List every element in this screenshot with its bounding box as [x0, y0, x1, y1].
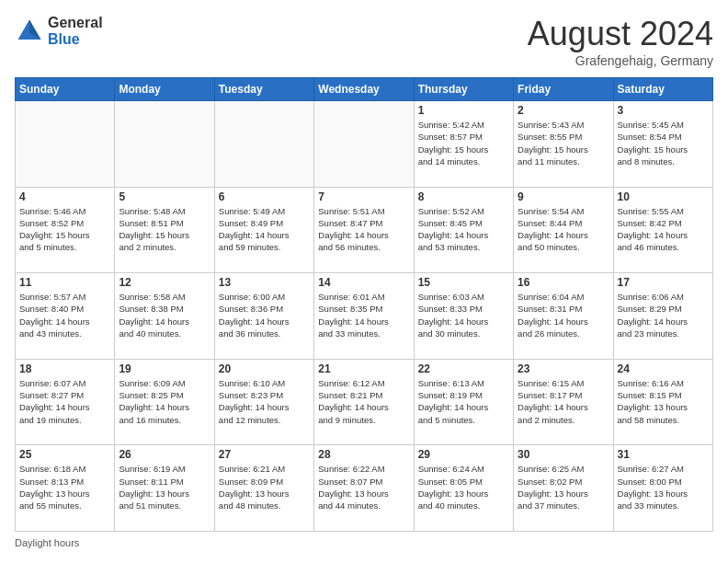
week-row-4: 18Sunrise: 6:07 AM Sunset: 8:27 PM Dayli… — [16, 359, 713, 445]
day-number: 26 — [119, 448, 210, 461]
day-number: 9 — [518, 190, 609, 203]
day-info: Sunrise: 6:18 AM Sunset: 8:13 PM Dayligh… — [19, 463, 110, 511]
calendar-cell: 15Sunrise: 6:03 AM Sunset: 8:33 PM Dayli… — [414, 273, 513, 360]
logo-general-text: General — [48, 15, 103, 31]
day-info: Sunrise: 6:27 AM Sunset: 8:00 PM Dayligh… — [618, 463, 709, 511]
day-info: Sunrise: 5:57 AM Sunset: 8:40 PM Dayligh… — [19, 291, 110, 339]
day-number: 21 — [318, 362, 409, 375]
calendar-cell: 27Sunrise: 6:21 AM Sunset: 8:09 PM Dayli… — [214, 445, 313, 532]
day-info: Sunrise: 6:16 AM Sunset: 8:15 PM Dayligh… — [618, 377, 709, 426]
day-number: 14 — [318, 276, 409, 289]
header-row: Sunday Monday Tuesday Wednesday Thursday… — [16, 78, 713, 101]
day-info: Sunrise: 6:13 AM Sunset: 8:19 PM Dayligh… — [418, 377, 509, 426]
calendar-cell: 31Sunrise: 6:27 AM Sunset: 8:00 PM Dayli… — [613, 445, 712, 532]
week-row-5: 25Sunrise: 6:18 AM Sunset: 8:13 PM Dayli… — [16, 445, 713, 532]
day-number: 13 — [219, 276, 310, 289]
day-number: 4 — [19, 190, 110, 203]
col-friday: Friday — [514, 78, 613, 101]
calendar-header: Sunday Monday Tuesday Wednesday Thursday… — [16, 78, 713, 101]
calendar-cell: 19Sunrise: 6:09 AM Sunset: 8:25 PM Dayli… — [115, 359, 214, 445]
calendar-cell — [115, 101, 214, 188]
day-info: Sunrise: 6:24 AM Sunset: 8:05 PM Dayligh… — [418, 463, 509, 511]
day-info: Sunrise: 6:04 AM Sunset: 8:31 PM Dayligh… — [518, 291, 609, 339]
day-info: Sunrise: 5:54 AM Sunset: 8:44 PM Dayligh… — [518, 205, 609, 254]
calendar-cell: 26Sunrise: 6:19 AM Sunset: 8:11 PM Dayli… — [115, 445, 214, 532]
day-info: Sunrise: 5:49 AM Sunset: 8:49 PM Dayligh… — [219, 205, 310, 254]
day-info: Sunrise: 6:10 AM Sunset: 8:23 PM Dayligh… — [219, 377, 310, 426]
day-number: 28 — [318, 448, 409, 461]
calendar-cell: 7Sunrise: 5:51 AM Sunset: 8:47 PM Daylig… — [314, 187, 414, 273]
day-number: 29 — [418, 448, 509, 461]
calendar-cell: 20Sunrise: 6:10 AM Sunset: 8:23 PM Dayli… — [214, 359, 313, 445]
calendar-cell: 30Sunrise: 6:25 AM Sunset: 8:02 PM Dayli… — [514, 445, 613, 532]
day-number: 12 — [119, 276, 210, 289]
calendar-cell — [214, 101, 313, 188]
day-number: 23 — [518, 362, 609, 375]
calendar-table: Sunday Monday Tuesday Wednesday Thursday… — [15, 77, 713, 532]
day-info: Sunrise: 6:07 AM Sunset: 8:27 PM Dayligh… — [19, 377, 110, 426]
calendar-cell: 17Sunrise: 6:06 AM Sunset: 8:29 PM Dayli… — [613, 273, 712, 360]
day-info: Sunrise: 5:46 AM Sunset: 8:52 PM Dayligh… — [19, 205, 110, 254]
calendar-cell: 5Sunrise: 5:48 AM Sunset: 8:51 PM Daylig… — [115, 187, 214, 273]
day-info: Sunrise: 5:58 AM Sunset: 8:38 PM Dayligh… — [119, 291, 210, 339]
day-info: Sunrise: 5:43 AM Sunset: 8:55 PM Dayligh… — [518, 119, 609, 167]
day-number: 31 — [618, 448, 709, 461]
day-number: 2 — [518, 104, 609, 117]
col-tuesday: Tuesday — [214, 78, 313, 101]
day-number: 20 — [219, 362, 310, 375]
calendar-cell: 16Sunrise: 6:04 AM Sunset: 8:31 PM Dayli… — [514, 273, 613, 360]
day-number: 24 — [618, 362, 709, 375]
col-wednesday: Wednesday — [314, 78, 414, 101]
day-info: Sunrise: 6:03 AM Sunset: 8:33 PM Dayligh… — [418, 291, 509, 339]
calendar-cell: 6Sunrise: 5:49 AM Sunset: 8:49 PM Daylig… — [214, 187, 313, 273]
day-number: 7 — [318, 190, 409, 203]
day-info: Sunrise: 5:55 AM Sunset: 8:42 PM Dayligh… — [618, 205, 709, 254]
calendar-cell: 25Sunrise: 6:18 AM Sunset: 8:13 PM Dayli… — [16, 445, 115, 532]
day-info: Sunrise: 6:12 AM Sunset: 8:21 PM Dayligh… — [318, 377, 409, 426]
day-info: Sunrise: 5:45 AM Sunset: 8:54 PM Dayligh… — [618, 119, 709, 167]
calendar-cell: 11Sunrise: 5:57 AM Sunset: 8:40 PM Dayli… — [16, 273, 115, 360]
day-info: Sunrise: 5:42 AM Sunset: 8:57 PM Dayligh… — [418, 119, 509, 167]
day-number: 15 — [418, 276, 509, 289]
day-info: Sunrise: 6:01 AM Sunset: 8:35 PM Dayligh… — [318, 291, 409, 339]
calendar-cell: 12Sunrise: 5:58 AM Sunset: 8:38 PM Dayli… — [115, 273, 214, 360]
page: General Blue August 2024 Grafengehaig, G… — [0, 0, 728, 563]
calendar-cell: 24Sunrise: 6:16 AM Sunset: 8:15 PM Dayli… — [613, 359, 712, 445]
calendar-cell: 2Sunrise: 5:43 AM Sunset: 8:55 PM Daylig… — [514, 101, 613, 188]
day-info: Sunrise: 6:19 AM Sunset: 8:11 PM Dayligh… — [119, 463, 210, 511]
day-number: 5 — [119, 190, 210, 203]
calendar-cell: 3Sunrise: 5:45 AM Sunset: 8:54 PM Daylig… — [613, 101, 712, 188]
day-number: 17 — [618, 276, 709, 289]
day-info: Sunrise: 6:22 AM Sunset: 8:07 PM Dayligh… — [318, 463, 409, 511]
calendar-cell: 23Sunrise: 6:15 AM Sunset: 8:17 PM Dayli… — [514, 359, 613, 445]
calendar-cell: 10Sunrise: 5:55 AM Sunset: 8:42 PM Dayli… — [613, 187, 712, 273]
week-row-2: 4Sunrise: 5:46 AM Sunset: 8:52 PM Daylig… — [16, 187, 713, 273]
day-number: 6 — [219, 190, 310, 203]
day-number: 19 — [119, 362, 210, 375]
calendar-cell: 9Sunrise: 5:54 AM Sunset: 8:44 PM Daylig… — [514, 187, 613, 273]
logo-icon — [15, 17, 44, 46]
day-info: Sunrise: 5:52 AM Sunset: 8:45 PM Dayligh… — [418, 205, 509, 254]
day-number: 3 — [618, 104, 709, 117]
day-number: 25 — [19, 448, 110, 461]
footer: Daylight hours — [15, 537, 713, 548]
col-saturday: Saturday — [613, 78, 712, 101]
day-info: Sunrise: 6:25 AM Sunset: 8:02 PM Dayligh… — [518, 463, 609, 511]
calendar-cell — [314, 101, 414, 188]
day-number: 30 — [518, 448, 609, 461]
logo-text: General Blue — [48, 15, 103, 47]
footer-text: Daylight hours — [15, 537, 79, 548]
calendar-cell: 22Sunrise: 6:13 AM Sunset: 8:19 PM Dayli… — [414, 359, 513, 445]
day-info: Sunrise: 5:48 AM Sunset: 8:51 PM Dayligh… — [119, 205, 210, 254]
day-number: 18 — [19, 362, 110, 375]
week-row-3: 11Sunrise: 5:57 AM Sunset: 8:40 PM Dayli… — [16, 273, 713, 360]
day-number: 22 — [418, 362, 509, 375]
day-number: 8 — [418, 190, 509, 203]
calendar-cell: 29Sunrise: 6:24 AM Sunset: 8:05 PM Dayli… — [414, 445, 513, 532]
title-section: August 2024 Grafengehaig, Germany — [528, 15, 713, 68]
day-info: Sunrise: 5:51 AM Sunset: 8:47 PM Dayligh… — [318, 205, 409, 254]
location: Grafengehaig, Germany — [528, 53, 713, 68]
calendar-cell: 18Sunrise: 6:07 AM Sunset: 8:27 PM Dayli… — [16, 359, 115, 445]
day-number: 16 — [518, 276, 609, 289]
calendar-cell: 14Sunrise: 6:01 AM Sunset: 8:35 PM Dayli… — [314, 273, 414, 360]
